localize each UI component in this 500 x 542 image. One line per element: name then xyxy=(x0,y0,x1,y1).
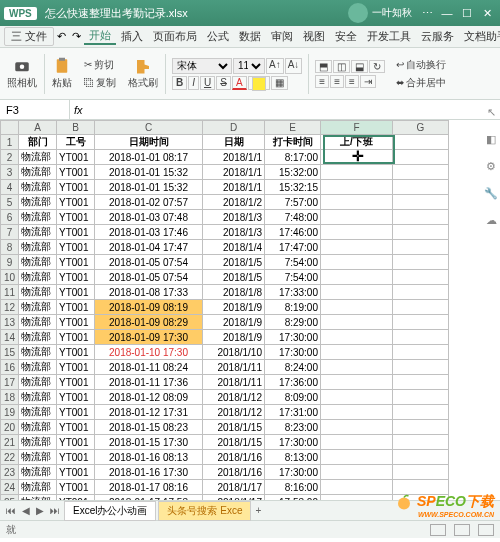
cell[interactable]: YT001 xyxy=(57,360,95,375)
cell[interactable]: 2018/1/16 xyxy=(203,450,265,465)
cell[interactable] xyxy=(393,495,449,500)
row-header-2[interactable]: 2 xyxy=(1,150,19,165)
cell[interactable] xyxy=(393,330,449,345)
cell[interactable] xyxy=(321,330,393,345)
cell[interactable]: 物流部 xyxy=(19,315,57,330)
cell[interactable]: 物流部 xyxy=(19,300,57,315)
cell[interactable] xyxy=(321,285,393,300)
row-header-5[interactable]: 5 xyxy=(1,195,19,210)
cell[interactable] xyxy=(393,210,449,225)
cell[interactable]: 8:13:00 xyxy=(265,450,321,465)
cell[interactable]: 17:30:00 xyxy=(265,465,321,480)
cell[interactable]: 物流部 xyxy=(19,405,57,420)
cell[interactable]: 2018/1/9 xyxy=(203,315,265,330)
tab-dev[interactable]: 开发工具 xyxy=(362,29,416,44)
col-header-G[interactable]: G xyxy=(393,121,449,135)
cell[interactable] xyxy=(393,390,449,405)
cell[interactable]: 8:16:00 xyxy=(265,480,321,495)
cell[interactable]: 2018/1/5 xyxy=(203,270,265,285)
cell[interactable]: YT001 xyxy=(57,270,95,285)
cell[interactable]: 2018-01-12 08:09 xyxy=(95,390,203,405)
cell[interactable]: YT001 xyxy=(57,150,95,165)
cell[interactable]: 2018-01-16 08:13 xyxy=(95,450,203,465)
cell[interactable]: 2018-01-01 15:32 xyxy=(95,180,203,195)
cell[interactable]: 2018/1/2 xyxy=(203,195,265,210)
font-size-select[interactable]: 11 xyxy=(233,58,265,74)
orientation-icon[interactable]: ↻ xyxy=(369,60,385,73)
cell[interactable]: 2018-01-15 08:23 xyxy=(95,420,203,435)
cell[interactable]: 2018/1/10 xyxy=(203,345,265,360)
tab-doc-helper[interactable]: 文档助手 xyxy=(459,29,500,44)
tools-icon[interactable]: 🔧 xyxy=(484,187,498,200)
cell[interactable] xyxy=(393,165,449,180)
tab-nav-last[interactable]: ⏭ xyxy=(48,505,62,516)
cell[interactable] xyxy=(321,465,393,480)
cell[interactable]: 2018-01-05 07:54 xyxy=(95,270,203,285)
paste-button[interactable]: 粘贴 xyxy=(49,57,75,90)
cell[interactable]: 2018-01-02 07:57 xyxy=(95,195,203,210)
cell[interactable]: 物流部 xyxy=(19,210,57,225)
cell[interactable]: 2018-01-12 17:31 xyxy=(95,405,203,420)
cell[interactable]: YT001 xyxy=(57,480,95,495)
cell[interactable] xyxy=(321,150,393,165)
cell[interactable]: 15:32:15 xyxy=(265,180,321,195)
window-maximize-icon[interactable]: ☐ xyxy=(458,7,476,20)
cut-button[interactable]: ✂剪切 xyxy=(81,57,119,73)
cell[interactable] xyxy=(393,360,449,375)
cell[interactable]: 2018-01-01 08:17 xyxy=(95,150,203,165)
tab-nav-first[interactable]: ⏮ xyxy=(4,505,18,516)
cell[interactable] xyxy=(393,195,449,210)
row-header-1[interactable]: 1 xyxy=(1,135,19,150)
border-button[interactable]: ▦ xyxy=(271,76,288,90)
tab-home[interactable]: 开始 xyxy=(84,28,116,45)
view-normal-icon[interactable] xyxy=(430,524,446,536)
cell[interactable]: 2018-01-03 17:46 xyxy=(95,225,203,240)
row-header-14[interactable]: 14 xyxy=(1,330,19,345)
cell[interactable]: 2018/1/12 xyxy=(203,405,265,420)
cell[interactable] xyxy=(321,345,393,360)
cell[interactable]: 部门 xyxy=(19,135,57,150)
wrap-text-button[interactable]: ↩自动换行 xyxy=(393,57,449,73)
spreadsheet-grid[interactable]: ABCDEFG1部门工号日期时间日期打卡时间上/下班2物流部YT0012018-… xyxy=(0,120,500,500)
cell[interactable] xyxy=(321,390,393,405)
cell[interactable]: 2018-01-03 07:48 xyxy=(95,210,203,225)
cell[interactable] xyxy=(321,480,393,495)
cell[interactable]: 7:48:00 xyxy=(265,210,321,225)
cell[interactable]: 2018/1/12 xyxy=(203,390,265,405)
user-avatar[interactable] xyxy=(348,3,368,23)
window-options-icon[interactable]: ⋯ xyxy=(418,7,436,20)
cell[interactable]: 15:32:00 xyxy=(265,165,321,180)
cell[interactable]: 8:17:00 xyxy=(265,150,321,165)
cell[interactable]: 物流部 xyxy=(19,360,57,375)
cell[interactable]: 17:31:00 xyxy=(265,405,321,420)
row-header-10[interactable]: 10 xyxy=(1,270,19,285)
row-header-21[interactable]: 21 xyxy=(1,435,19,450)
cell[interactable] xyxy=(321,360,393,375)
cell[interactable]: 2018/1/16 xyxy=(203,465,265,480)
cell[interactable]: 2018/1/1 xyxy=(203,180,265,195)
cell[interactable]: YT001 xyxy=(57,330,95,345)
cell[interactable] xyxy=(393,315,449,330)
cell[interactable]: YT001 xyxy=(57,300,95,315)
row-header-13[interactable]: 13 xyxy=(1,315,19,330)
col-header-corner[interactable] xyxy=(1,121,19,135)
cell[interactable]: 物流部 xyxy=(19,165,57,180)
panel-icon[interactable]: ◧ xyxy=(486,133,496,146)
cell[interactable]: 物流部 xyxy=(19,495,57,500)
row-header-18[interactable]: 18 xyxy=(1,390,19,405)
cell[interactable] xyxy=(393,480,449,495)
cell[interactable]: 8:24:00 xyxy=(265,360,321,375)
cell[interactable] xyxy=(321,225,393,240)
cell[interactable]: 物流部 xyxy=(19,435,57,450)
cell[interactable] xyxy=(321,240,393,255)
cell[interactable]: YT001 xyxy=(57,435,95,450)
window-minimize-icon[interactable]: — xyxy=(438,7,456,20)
cell[interactable]: 物流部 xyxy=(19,345,57,360)
cell[interactable] xyxy=(393,300,449,315)
cell[interactable]: 17:47:00 xyxy=(265,240,321,255)
align-center-icon[interactable]: ≡ xyxy=(330,75,344,88)
cell[interactable]: 物流部 xyxy=(19,255,57,270)
cell[interactable] xyxy=(321,180,393,195)
indent-icon[interactable]: ⇥ xyxy=(360,75,376,88)
font-name-select[interactable]: 宋体 xyxy=(172,58,232,74)
